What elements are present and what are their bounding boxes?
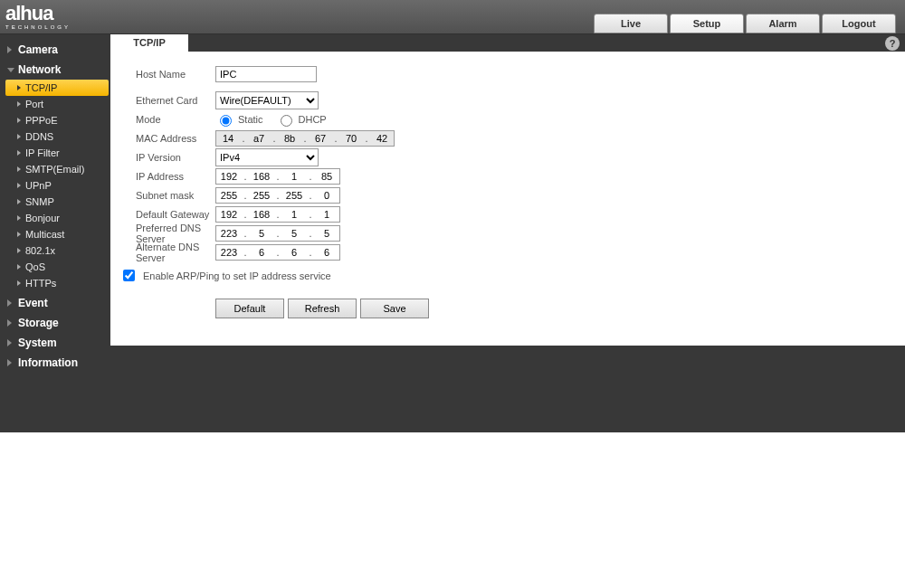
adns-2[interactable] xyxy=(281,245,307,260)
refresh-button[interactable]: Refresh xyxy=(288,299,357,318)
nav-live[interactable]: Live xyxy=(594,14,668,33)
sidebar-item-ipfilter[interactable]: IP Filter xyxy=(5,145,110,161)
pdns-3[interactable] xyxy=(314,226,339,241)
sidebar-item-tcpip[interactable]: TCP/IP xyxy=(5,80,109,96)
pdns-2[interactable] xyxy=(281,226,307,241)
field-adns[interactable]: . . . xyxy=(215,244,340,261)
field-pdns[interactable]: . . . xyxy=(215,225,340,242)
label-subnet: Subnet mask xyxy=(136,190,215,201)
gw-1[interactable] xyxy=(249,207,274,222)
mac-4 xyxy=(339,131,363,146)
sidebar-item-8021x[interactable]: 802.1x xyxy=(5,242,110,259)
sidebar-item-qos[interactable]: QoS xyxy=(5,259,110,275)
label-arp: Enable ARP/Ping to set IP address servic… xyxy=(143,270,331,281)
field-mac: . . . . . xyxy=(215,130,395,147)
sidebar-cat-network[interactable]: Network xyxy=(0,60,110,80)
adns-3[interactable] xyxy=(314,245,339,260)
radio-static[interactable] xyxy=(220,115,232,127)
field-subnet[interactable]: . . . xyxy=(215,187,340,204)
mac-3 xyxy=(309,131,332,146)
radio-dhcp[interactable] xyxy=(281,115,292,127)
sidebar-item-https[interactable]: HTTPs xyxy=(5,275,110,291)
save-button[interactable]: Save xyxy=(360,299,429,318)
pdns-0[interactable] xyxy=(216,226,242,241)
nav-logout[interactable]: Logout xyxy=(822,14,896,33)
top-nav: Live Setup Alarm Logout xyxy=(594,1,896,33)
sidebar-item-pppoe[interactable]: PPPoE xyxy=(5,112,110,128)
field-gateway[interactable]: . . . xyxy=(215,206,340,223)
sidebar-cat-camera[interactable]: Camera xyxy=(0,40,110,60)
gw-3[interactable] xyxy=(314,207,339,222)
label-gateway: Default Gateway xyxy=(136,209,215,220)
sidebar-cat-storage[interactable]: Storage xyxy=(0,313,110,333)
form-panel: Host Name Ethernet Card Wire(DEFAULT) Mo… xyxy=(110,52,905,346)
sn-1[interactable] xyxy=(249,188,274,203)
adns-1[interactable] xyxy=(249,245,274,260)
default-button[interactable]: Default xyxy=(215,299,284,318)
label-static: Static xyxy=(238,114,263,125)
nav-setup[interactable]: Setup xyxy=(670,14,744,33)
gw-0[interactable] xyxy=(216,207,242,222)
ip-3[interactable] xyxy=(314,169,339,184)
sidebar: Camera Network TCP/IP Port PPPoE DDNS IP… xyxy=(0,34,110,432)
checkbox-arp[interactable] xyxy=(123,270,135,281)
sidebar-item-ddns[interactable]: DDNS xyxy=(5,128,110,145)
sidebar-item-upnp[interactable]: UPnP xyxy=(5,177,110,194)
select-ipver[interactable]: IPv4 xyxy=(215,148,319,166)
ip-1[interactable] xyxy=(249,169,274,184)
select-ethernet[interactable]: Wire(DEFAULT) xyxy=(215,91,319,109)
sidebar-item-port[interactable]: Port xyxy=(5,96,110,112)
ip-2[interactable] xyxy=(281,169,307,184)
top-bar: alhua TECHNOLOGY Live Setup Alarm Logout xyxy=(0,0,905,34)
label-host-name: Host Name xyxy=(136,69,215,80)
content-area: TCP/IP ? Host Name Ethernet Card Wire(DE… xyxy=(110,34,905,432)
mac-0 xyxy=(216,131,240,146)
sidebar-item-smtp[interactable]: SMTP(Email) xyxy=(5,161,110,177)
label-mode: Mode xyxy=(136,114,215,125)
sidebar-network-items: TCP/IP Port PPPoE DDNS IP Filter SMTP(Em… xyxy=(0,80,110,293)
help-icon[interactable]: ? xyxy=(885,36,900,51)
label-ipver: IP Version xyxy=(136,152,215,163)
sn-0[interactable] xyxy=(216,188,242,203)
mac-2 xyxy=(278,131,301,146)
adns-0[interactable] xyxy=(216,245,242,260)
sidebar-item-bonjour[interactable]: Bonjour xyxy=(5,210,110,226)
sidebar-cat-system[interactable]: System xyxy=(0,333,110,353)
sidebar-cat-information[interactable]: Information xyxy=(0,353,110,373)
gw-2[interactable] xyxy=(281,207,307,222)
field-ipaddr[interactable]: . . . xyxy=(215,168,340,185)
label-mac: MAC Address xyxy=(136,133,215,144)
brand-subtitle: TECHNOLOGY xyxy=(5,24,71,30)
input-host-name[interactable] xyxy=(215,66,317,82)
label-ethernet: Ethernet Card xyxy=(136,95,215,106)
ip-0[interactable] xyxy=(216,169,242,184)
nav-alarm[interactable]: Alarm xyxy=(746,14,820,33)
brand-name: alhua xyxy=(5,4,71,24)
label-adns: Alternate DNS Server xyxy=(136,242,215,263)
sn-3[interactable] xyxy=(314,188,339,203)
sidebar-cat-event[interactable]: Event xyxy=(0,293,110,313)
label-ipaddr: IP Address xyxy=(136,171,215,182)
sn-2[interactable] xyxy=(281,188,307,203)
pdns-1[interactable] xyxy=(249,226,274,241)
sidebar-item-snmp[interactable]: SNMP xyxy=(5,194,110,210)
sidebar-item-multicast[interactable]: Multicast xyxy=(5,226,110,242)
mac-1 xyxy=(247,131,271,146)
brand-logo: alhua TECHNOLOGY xyxy=(5,4,71,30)
tab-tcpip[interactable]: TCP/IP xyxy=(110,34,188,52)
label-dhcp: DHCP xyxy=(299,114,327,125)
mac-5 xyxy=(370,131,394,146)
tab-bar: TCP/IP ? xyxy=(110,34,905,52)
